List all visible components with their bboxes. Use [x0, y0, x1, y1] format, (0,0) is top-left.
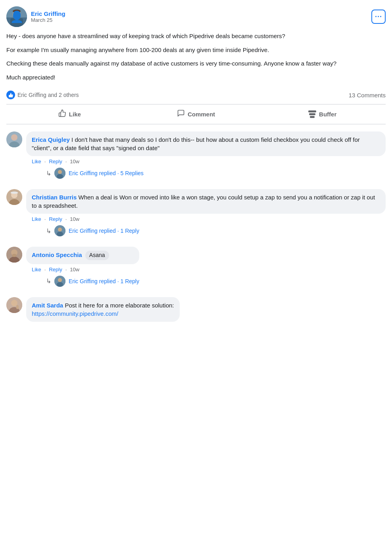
comment-text: I don't have that many deals so I don't … [32, 136, 360, 151]
comment-content: Amit Sarda Post it here for a more elabo… [26, 297, 180, 322]
comment-bubble: Christian Burris When a deal is Won or m… [26, 189, 386, 214]
comment-like-action[interactable]: Like [32, 216, 41, 222]
comment-actions: Like · Reply · 10w [26, 158, 386, 164]
svg-point-13 [57, 174, 63, 179]
svg-point-21 [57, 232, 63, 236]
author-details: Eric Griffing March 25 [31, 10, 65, 23]
reply-thread-text[interactable]: Eric Griffing replied · 1 Reply [69, 278, 139, 284]
action-bar: Like Comment Buffer [6, 104, 386, 124]
like-button[interactable]: Like [6, 106, 133, 122]
reply-arrow-icon: ↳ [46, 170, 51, 177]
reactions-left: Eric Griffing and 2 others [6, 91, 79, 99]
comment-reply-action[interactable]: Reply [49, 267, 62, 272]
reply-thread-text[interactable]: Eric Griffing replied · 5 Replies [69, 170, 144, 176]
comment-label: Comment [188, 111, 215, 118]
svg-point-28 [57, 282, 63, 287]
avatar [6, 247, 22, 263]
comment-bubble: Erica Quigley I don't have that many dea… [26, 131, 386, 156]
reply-thread-text[interactable]: Eric Griffing replied · 1 Reply [69, 228, 139, 234]
avatar [54, 168, 65, 179]
comments-count[interactable]: 13 Comments [349, 92, 386, 99]
avatar [54, 225, 65, 236]
buffer-icon [308, 110, 316, 118]
svg-point-27 [58, 278, 62, 282]
asana-tag: Asana [85, 251, 109, 260]
pipedrive-community-link[interactable]: https://community.pipedrive.com/ [32, 310, 118, 317]
post-body: Hey - does anyone have a streamlined way… [6, 32, 386, 82]
more-options-button[interactable]: ··· [371, 10, 386, 24]
svg-rect-18 [11, 192, 18, 193]
comment-content: Christian Burris When a deal is Won or m… [26, 189, 386, 240]
svg-rect-5 [17, 14, 20, 15]
like-icon [58, 109, 66, 119]
comment-like-action[interactable]: Like [32, 158, 41, 164]
comment-icon [177, 109, 185, 119]
post-paragraph-2: For example I'm usually managing anywher… [6, 46, 386, 55]
post-paragraph-4: Much appreciated! [6, 73, 386, 82]
post-date: March 25 [31, 17, 65, 23]
comment-reply-action[interactable]: Reply [49, 216, 62, 222]
reply-thread[interactable]: ↳ Eric Griffing replied · 5 Replies [46, 168, 386, 179]
comment-reply-action[interactable]: Reply [49, 158, 62, 164]
comment-bubble: Amit Sarda Post it here for a more elabo… [26, 297, 180, 322]
reply-arrow-icon: ↳ [46, 227, 51, 235]
comment-author: Amit Sarda [32, 302, 63, 309]
comment-author: Antonio Specchia [32, 251, 82, 258]
avatar [6, 6, 27, 27]
svg-point-9 [11, 134, 17, 141]
post-paragraph-1: Hey - does anyone have a streamlined way… [6, 32, 386, 41]
svg-rect-4 [13, 14, 16, 15]
svg-point-25 [12, 254, 17, 257]
author-name[interactable]: Eric Griffing [31, 10, 65, 17]
author-info: Eric Griffing March 25 [6, 6, 65, 27]
comment-like-action[interactable]: Like [32, 267, 41, 272]
avatar [6, 189, 22, 205]
buffer-button[interactable]: Buffer [259, 107, 386, 121]
comment-item: Antonio Specchia Asana Like · Reply · 10… [6, 247, 386, 290]
post-paragraph-3: Checking these deals manually against my… [6, 59, 386, 68]
svg-point-7 [13, 10, 21, 13]
svg-point-30 [11, 300, 17, 306]
comment-bubble: Antonio Specchia Asana [26, 247, 139, 264]
reply-thread[interactable]: ↳ Eric Griffing replied · 1 Reply [46, 225, 386, 236]
svg-point-3 [13, 10, 21, 18]
post-header: Eric Griffing March 25 ··· [6, 6, 386, 27]
comment-item: Amit Sarda Post it here for a more elabo… [6, 297, 386, 322]
comment-author: Erica Quigley [32, 136, 70, 143]
svg-rect-2 [10, 18, 23, 27]
comment-button[interactable]: Comment [133, 106, 259, 122]
comment-item: Erica Quigley I don't have that many dea… [6, 131, 386, 182]
comment-author: Christian Burris [32, 194, 77, 201]
buffer-label: Buffer [319, 111, 336, 118]
comment-item: Christian Burris When a deal is Won or m… [6, 189, 386, 240]
comment-actions: Like · Reply · 10w [26, 216, 386, 222]
svg-point-20 [58, 228, 62, 232]
comment-content: Antonio Specchia Asana Like · Reply · 10… [26, 247, 139, 290]
avatar [6, 131, 22, 147]
comment-time: 10w [70, 267, 79, 272]
comment-text: Post it here for a more elaborate soluti… [65, 302, 174, 309]
avatar [54, 276, 65, 287]
reply-thread[interactable]: ↳ Eric Griffing replied · 1 Reply [46, 276, 139, 287]
avatar [6, 297, 22, 313]
comment-time: 10w [70, 158, 79, 164]
svg-point-12 [58, 170, 62, 174]
reply-arrow-icon: ↳ [46, 277, 51, 285]
comment-text: When a deal is Won or moved into like a … [32, 194, 375, 209]
svg-rect-32 [16, 305, 19, 309]
comment-content: Erica Quigley I don't have that many dea… [26, 131, 386, 182]
comments-section: Erica Quigley I don't have that many dea… [6, 130, 386, 322]
comment-time: 10w [70, 216, 79, 222]
reactions-bar: Eric Griffing and 2 others 13 Comments [6, 87, 386, 102]
reactions-text: Eric Griffing and 2 others [17, 92, 79, 98]
like-reaction-icon [6, 91, 15, 99]
comment-actions: Like · Reply · 10w [26, 267, 139, 272]
like-label: Like [69, 111, 81, 118]
